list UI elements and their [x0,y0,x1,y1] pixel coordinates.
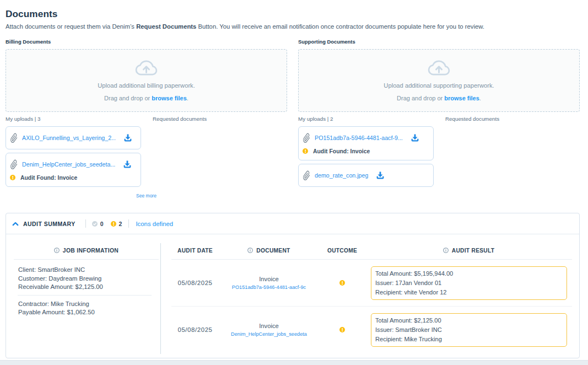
audit-found-label: Audit Found: Invoice [20,175,77,181]
job-payable: Payable Amount: $1,062.50 [18,308,159,317]
see-more-link[interactable]: See more [6,193,287,198]
billing-documents-section: Billing Documents Upload additional bill… [6,35,287,198]
collapse-chevron-icon[interactable] [12,221,19,227]
document-cell: Invoice Denim_HelpCenter_jobs_seedeta [219,322,319,338]
audit-summary-panel: AUDIT SUMMARY 0 2 Icons defined JOB INFO… [6,213,580,358]
file-row: AXILO_Funnelling_vs_Layering_2... [10,131,132,144]
vertical-divider [160,243,161,354]
billing-requested-documents-tab[interactable]: Requested documents [153,115,287,123]
audit-found-row: Audit Found: Invoice [10,172,132,183]
file-name-link[interactable]: AXILO_Funnelling_vs_Layering_2... [22,135,116,141]
warning-icon [303,148,308,154]
file-card-po151: PO151adb7a-5946-4481-aacf-9... Audit Fou… [298,126,434,160]
documents-screen: Documents Attach documents or request th… [0,0,588,365]
audit-summary-header: AUDIT SUMMARY 0 2 Icons defined [6,213,579,234]
page-background-strip [0,360,588,365]
paperclip-icon [10,159,18,170]
result-recipient: Recipient: Mike Trucking [375,335,562,344]
warning-icon [10,175,15,180]
billing-my-uploads-tab[interactable]: My uploads | 3 [6,115,142,123]
audit-result-box: Total Amount: $2,125.00 Issuer: SmartBro… [371,313,567,347]
warning-icon [339,327,345,332]
supporting-dropzone[interactable]: Upload additional supporting paperwork. … [298,49,580,112]
file-row: Denim_HelpCenter_jobs_seedeta... [10,158,132,171]
billing-drag-drop-hint: Drag and drop or browse files. [104,94,188,103]
supporting-my-uploads-tab[interactable]: My uploads | 2 [298,115,434,123]
info-icon [247,248,253,253]
subtitle-bold-request-documents: Request Documents [136,23,196,30]
billing-browse-files-link[interactable]: browse files [152,95,187,101]
result-total-amount: Total Amount: $5,195,944.00 [375,269,562,278]
paperclip-icon [10,133,18,143]
supporting-browse-files-link[interactable]: browse files [444,95,479,101]
column-document: DOCUMENT [219,248,319,254]
file-name-link[interactable]: demo_rate_con.jpeg [315,172,368,179]
billing-documents-label: Billing Documents [6,35,287,49]
audit-date-cell: 05/08/2025 [171,326,219,333]
billing-my-uploads-column: My uploads | 3 AXILO_Funnelling_vs_Layer… [6,115,142,190]
file-row: demo_rate_con.jpeg [303,169,425,182]
supporting-upload-hint: Upload additional supporting paperwork. [384,81,494,90]
paperclip-icon [303,170,310,181]
job-customer: Customer: Daydream Brewing [18,275,159,283]
info-icon [443,248,449,253]
download-icon[interactable] [376,171,385,180]
document-cell: Invoice PO151adb7a-5946-4481-aacf-9c [219,275,319,291]
column-audit-result: AUDIT RESULT [365,248,572,254]
job-information-label: JOB INFORMATION [63,248,118,254]
file-name-link[interactable]: PO151adb7a-5946-4481-aacf-9... [315,135,403,141]
page-header: Documents Attach documents or request th… [6,0,580,30]
supporting-drag-drop-hint: Drag and drop or browse files. [397,94,481,103]
info-icon [54,248,60,253]
outcome-cell [319,280,365,286]
download-icon[interactable] [123,160,132,169]
document-link[interactable]: Denim_HelpCenter_jobs_seedeta [230,331,308,338]
file-name-link[interactable]: Denim_HelpCenter_jobs_seedeta... [22,161,115,168]
audit-found-row: Audit Found: Invoice [303,146,425,157]
job-receivable: Receivable Amount: $2,125.00 [18,283,159,292]
audit-result-box: Total Amount: $5,195,944.00 Issuer: 17Ja… [371,266,567,300]
audit-result-cell: Total Amount: $5,195,944.00 Issuer: 17Ja… [365,266,572,300]
cloud-upload-icon [134,59,158,77]
audit-found-label: Audit Found: Invoice [313,148,370,154]
billing-dropzone[interactable]: Upload additional billing paperwork. Dra… [6,49,287,112]
drag-drop-text: Drag and drop or [397,95,444,101]
warning-icon [111,221,116,227]
audit-result-cell: Total Amount: $2,125.00 Issuer: SmartBro… [365,313,572,347]
billing-upload-cards: AXILO_Funnelling_vs_Layering_2... Denim_… [6,126,142,187]
billing-subcolumns: My uploads | 3 AXILO_Funnelling_vs_Layer… [6,115,287,190]
supporting-requested-documents-tab[interactable]: Requested documents [445,115,580,123]
page-subtitle: Attach documents or request them via Den… [6,23,580,30]
download-icon[interactable] [123,133,132,142]
billing-requested-column: Requested documents [142,115,287,190]
audit-table-row: 05/08/2025 Invoice Denim_HelpCenter_jobs… [171,307,572,353]
document-link[interactable]: PO151adb7a-5946-4481-aacf-9c [230,284,308,291]
cloud-upload-icon [427,59,451,77]
pass-count: 0 [100,221,104,227]
audit-table: AUDIT DATE DOCUMENT OUTCOME AUDIT RESULT… [160,234,579,358]
supporting-documents-label: Supporting Documents [298,35,580,49]
job-client: Client: SmartBroker INC [18,266,159,275]
warning-icon [339,280,345,286]
subtitle-text: Attach documents or request them via Den… [6,23,136,30]
check-circle-icon [92,221,98,227]
download-icon[interactable] [411,133,419,142]
job-information-panel: JOB INFORMATION Client: SmartBroker INC … [6,234,160,358]
job-contractor-group: Contractor: Mike Trucking Payable Amount… [14,300,159,317]
job-info-divider [18,295,152,296]
page-title: Documents [6,0,580,20]
paperclip-icon [303,133,310,143]
supporting-documents-section: Supporting Documents Upload additional s… [298,35,580,198]
result-total-amount: Total Amount: $2,125.00 [375,316,562,325]
audit-date-cell: 05/08/2025 [171,280,219,286]
job-contractor: Contractor: Mike Trucking [18,300,159,309]
supporting-subcolumns: My uploads | 2 PO151adb7a-5946-4481-aacf… [298,115,580,190]
warning-count: 2 [119,221,122,227]
icons-defined-link[interactable]: Icons defined [136,221,173,227]
billing-upload-hint: Upload additional billing paperwork. [98,81,195,90]
header-separator [85,219,86,228]
job-information-header: JOB INFORMATION [14,234,159,260]
file-row: PO151adb7a-5946-4481-aacf-9... [303,131,425,144]
result-issuer: Issuer: SmartBroker INC [375,325,562,335]
result-recipient: Recipient: vhite Vendor 12 [375,288,562,297]
